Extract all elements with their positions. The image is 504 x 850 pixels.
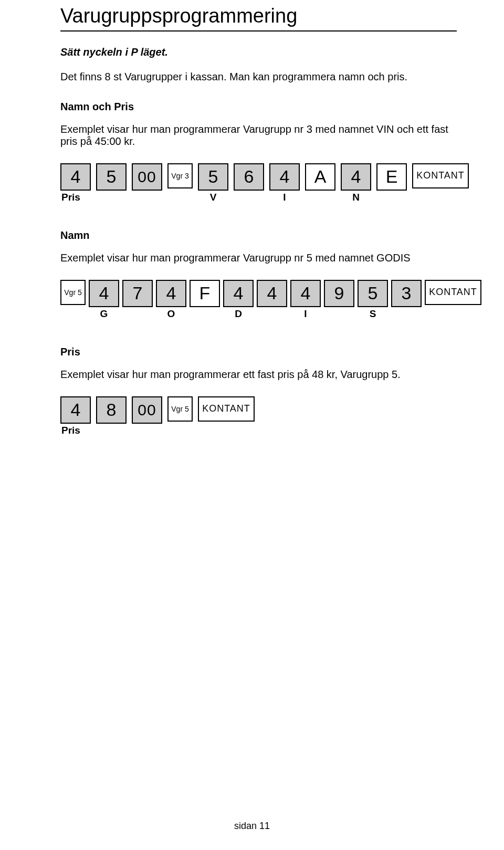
key3-4-wrap: 4 Pris [60,396,91,436]
key-kontant1[interactable]: KONTANT [412,163,469,188]
key-6[interactable]: 6 [234,163,264,191]
key2-3-wrap: 3 [391,280,422,307]
key-5b-wrap: 5 V [198,163,228,203]
key3-vgr5[interactable]: Vgr 5 [167,396,193,422]
key-A-wrap: A [305,163,335,191]
keyrow-2: Vgr 5 4 G 7 4 O F 4 D 4 4 I 9 5 [60,280,457,320]
section-heading-namn: Namn [60,229,457,242]
key2-4a[interactable]: 4 [89,280,119,307]
key2-5[interactable]: 5 [358,280,388,307]
key-vgr3-wrap: Vgr 3 [167,163,193,188]
page-footer: sidan 11 [0,821,504,832]
key2-9[interactable]: 9 [324,280,354,307]
instruction-p-mode: Sätt nyckeln i P läget. [60,46,457,58]
key-E-wrap: E [376,163,407,191]
key-vgr5[interactable]: Vgr 5 [60,280,86,305]
key3-vgr5-wrap: Vgr 5 [167,396,193,422]
key-4[interactable]: 4 [60,163,91,191]
page-title: Varugruppsprogrammering [60,5,457,27]
key-E[interactable]: E [376,163,407,191]
key-6-wrap: 6 [234,163,264,191]
key2-3[interactable]: 3 [391,280,422,307]
key-00-wrap: 00 [132,163,162,191]
key2-9-wrap: 9 [324,280,354,307]
key-4a[interactable]: 4 [269,163,300,191]
letter-I: I [283,192,286,203]
letter-S: S [370,308,376,320]
key-kontant1-wrap: KONTANT [412,163,469,188]
key-kontant3-wrap: KONTANT [198,396,255,422]
key-kontant3[interactable]: KONTANT [198,396,255,422]
pris-label-3: Pris [60,425,80,436]
section2-body: Exemplet visar hur man programmerar Varu… [60,252,457,264]
key-4-wrap: 4 Pris [60,163,91,203]
key-kontant2[interactable]: KONTANT [425,280,481,305]
letter-O: O [167,308,175,320]
key2-F-wrap: F [190,280,220,307]
key2-4e-wrap: 4 I [290,280,321,320]
keyrow-1: 4 Pris 5 00 Vgr 3 5 V 6 4 I A 4 N [60,163,457,203]
letter-I2: I [304,308,307,320]
section-heading-pris: Pris [60,346,457,358]
section3-body: Exemplet visar hur man programmerar ett … [60,369,457,381]
key2-4d[interactable]: 4 [257,280,287,307]
letter-G: G [100,308,108,320]
key2-4a-wrap: 4 G [89,280,119,320]
key-4b[interactable]: 4 [341,163,371,191]
key2-7[interactable]: 7 [122,280,153,307]
pris-label: Pris [60,192,80,203]
key-5-wrap: 5 [96,163,127,191]
intro-text: Det finns 8 st Varugrupper i kassan. Man… [60,71,457,83]
key2-4e[interactable]: 4 [290,280,321,307]
section1-body: Exemplet visar hur man programmerar Varu… [60,123,457,148]
key2-4b[interactable]: 4 [156,280,186,307]
key3-4[interactable]: 4 [60,396,91,424]
key2-F[interactable]: F [190,280,220,307]
key2-7-wrap: 7 [122,280,153,307]
key-4b-wrap: 4 N [341,163,371,203]
key-vgr5-wrap: Vgr 5 [60,280,86,305]
letter-V: V [210,192,217,203]
key3-8-wrap: 8 [96,396,127,424]
keyrow-3: 4 Pris 8 00 Vgr 5 KONTANT [60,396,457,436]
key2-4c[interactable]: 4 [223,280,254,307]
section-heading-namn-och-pris: Namn och Pris [60,101,457,113]
key3-00-wrap: 00 [132,396,162,424]
key-kontant2-wrap: KONTANT [425,280,481,305]
key-5[interactable]: 5 [96,163,127,191]
key-4a-wrap: 4 I [269,163,300,203]
page: Varugruppsprogrammering Sätt nyckeln i P… [0,0,504,850]
letter-N: N [352,192,360,203]
key-5b[interactable]: 5 [198,163,228,191]
key2-4b-wrap: 4 O [156,280,186,320]
key-A[interactable]: A [305,163,335,191]
key2-4d-wrap: 4 [257,280,287,307]
key2-4c-wrap: 4 D [223,280,254,320]
key-vgr3[interactable]: Vgr 3 [167,163,193,188]
key3-8[interactable]: 8 [96,396,127,424]
key3-00[interactable]: 00 [132,396,162,424]
title-underline [60,30,457,32]
letter-D: D [235,308,242,320]
key2-5-wrap: 5 S [358,280,388,320]
key-00[interactable]: 00 [132,163,162,191]
